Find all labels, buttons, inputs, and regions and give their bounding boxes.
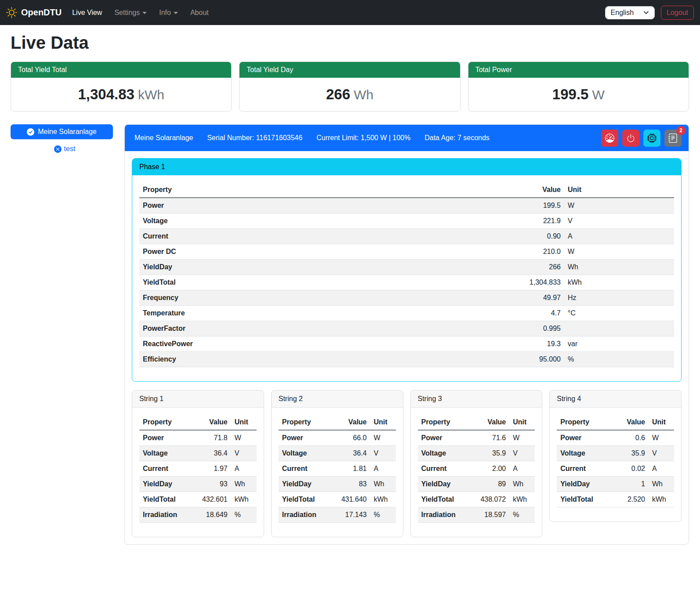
device-info-button[interactable] [643, 130, 660, 147]
column-header-unit: Unit [649, 415, 674, 430]
property-cell: Temperature [139, 306, 507, 321]
column-header-value: Value [608, 415, 649, 430]
inverter-actions: 2 [601, 130, 682, 147]
string-1-table: Property Value Unit Power71.8WVoltage36.… [139, 415, 257, 523]
table-row: YieldDay83Wh [279, 477, 396, 492]
unit-cell: °C [564, 306, 674, 321]
table-row: YieldTotal1,304.833kWh [139, 275, 674, 290]
column-header-unit: Unit [564, 182, 674, 198]
table-row: Efficiency95.000% [139, 352, 674, 367]
limit-settings-button[interactable] [601, 130, 618, 147]
property-cell: YieldTotal [279, 492, 330, 507]
table-header-row: Property Value Unit [279, 415, 396, 430]
property-cell: PowerFactor [139, 321, 507, 336]
value-cell: 1 [608, 477, 649, 492]
unit-cell: V [370, 446, 396, 461]
value-cell: 36.4 [330, 446, 370, 461]
unit-cell: var [564, 336, 674, 352]
value-cell: 0.995 [507, 321, 564, 336]
brand-link[interactable]: OpenDTU [6, 7, 62, 18]
table-row: Power DC210.0W [139, 244, 674, 260]
unit-cell: % [370, 507, 396, 523]
inverter-limit: Current Limit: 1,500 W | 100% [316, 134, 410, 142]
page-content: Live Data Total Yield Total 1,304.83kWh … [0, 25, 700, 551]
unit-cell: kWh [370, 492, 396, 507]
nav-item-live-view[interactable]: Live View [66, 5, 108, 20]
property-cell: Current [139, 229, 507, 244]
table-row: YieldDay93Wh [139, 477, 257, 492]
table-row: YieldDay89Wh [418, 477, 535, 492]
value-cell: 266 [507, 260, 564, 275]
table-row: Power66.0W [279, 430, 396, 446]
table-row: Voltage35.9V [557, 446, 674, 461]
nav-item-info[interactable]: Info [153, 5, 184, 20]
property-cell: Current [139, 461, 191, 477]
value-cell: 89 [469, 477, 509, 492]
column-header-property: Property [139, 415, 191, 430]
column-header-property: Property [418, 415, 469, 430]
property-cell: Power [139, 198, 507, 213]
summary-value: 1,304.83 [78, 86, 134, 102]
unit-cell: kWh [231, 492, 257, 507]
inverter-select-button[interactable]: Meine Solaranlage [11, 124, 113, 139]
event-count-badge: 2 [676, 126, 685, 135]
table-row: Current0.90A [139, 229, 674, 244]
event-log-button[interactable]: 2 [664, 130, 682, 147]
table-row: Voltage36.4V [279, 446, 396, 461]
inverter-data-age: Data Age: 7 seconds [424, 134, 490, 142]
summary-card-total-yield-total: Total Yield Total 1,304.83kWh [11, 62, 232, 112]
table-header-row: Property Value Unit [139, 415, 257, 430]
inverter-card-header: Meine Solaranlage Serial Number: 1161716… [125, 125, 689, 151]
summary-card-total-yield-day: Total Yield Day 266Wh [239, 62, 460, 112]
value-cell: 431.640 [330, 492, 370, 507]
column-header-value: Value [191, 415, 231, 430]
table-row: Voltage35.9V [418, 446, 535, 461]
property-cell: YieldDay [279, 477, 330, 492]
summary-card-body: 1,304.83kWh [11, 78, 231, 111]
unit-cell: kWh [649, 492, 674, 507]
inverter-link-test[interactable]: test [11, 145, 119, 153]
value-cell: 1,304.833 [507, 275, 564, 290]
property-cell: YieldTotal [557, 492, 608, 507]
column-header-unit: Unit [370, 415, 396, 430]
table-row: Temperature4.7°C [139, 306, 674, 321]
unit-cell: % [509, 507, 535, 523]
nav-item-settings[interactable]: Settings [108, 5, 153, 20]
value-cell: 71.6 [469, 430, 509, 446]
value-cell: 2.00 [469, 461, 509, 477]
caret-down-icon [142, 12, 147, 14]
table-row: YieldDay1Wh [557, 477, 674, 492]
property-cell: YieldDay [418, 477, 469, 492]
summary-card-body: 199.5W [468, 78, 689, 111]
property-cell: YieldDay [139, 477, 191, 492]
unit-cell: Wh [564, 260, 674, 275]
summary-card-title: Total Yield Total [11, 62, 231, 78]
string-4-title: String 4 [550, 391, 681, 408]
sun-icon [6, 7, 17, 18]
string-1-title: String 1 [132, 391, 264, 408]
inverter-name: Meine Solaranlage [134, 134, 193, 142]
table-row: Voltage36.4V [139, 446, 257, 461]
power-toggle-button[interactable] [622, 130, 639, 147]
unit-cell: W [564, 244, 674, 260]
property-cell: Voltage [279, 446, 330, 461]
unit-cell: A [231, 461, 257, 477]
column-header-property: Property [557, 415, 608, 430]
value-cell: 18.649 [191, 507, 231, 523]
summary-unit: kWh [138, 87, 164, 102]
unit-cell: W [564, 198, 674, 213]
nav-links: Live View Settings Info About [66, 5, 215, 20]
unit-cell: kWh [509, 492, 535, 507]
nav-item-about[interactable]: About [184, 5, 215, 20]
table-row: Frequency49.97Hz [139, 290, 674, 306]
summary-unit: Wh [354, 87, 374, 102]
table-header-row: Property Value Unit [418, 415, 535, 430]
property-cell: Voltage [139, 446, 191, 461]
chevron-down-icon [643, 10, 649, 15]
language-select[interactable]: English [605, 6, 655, 19]
logout-button[interactable]: Logout [661, 6, 694, 20]
table-row: ReactivePower19.3var [139, 336, 674, 352]
summary-card-total-power: Total Power 199.5W [468, 62, 689, 112]
value-cell: 71.8 [191, 430, 231, 446]
table-row: Power71.8W [139, 430, 257, 446]
